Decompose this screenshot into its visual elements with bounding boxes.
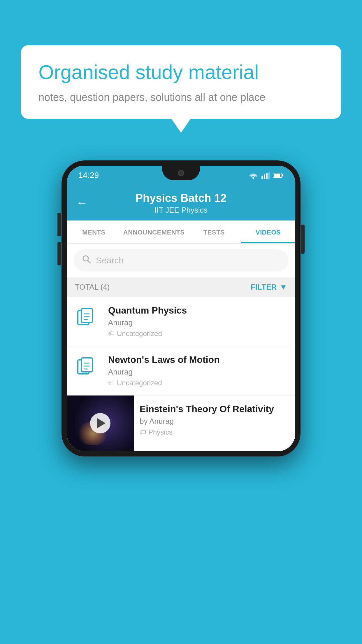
play-button[interactable] xyxy=(90,413,110,433)
tag-icon: 🏷 xyxy=(140,428,146,436)
video-file-icon xyxy=(75,306,101,331)
tab-ments[interactable]: MENTS xyxy=(67,220,121,243)
status-time: 14:29 xyxy=(78,171,99,180)
video-list: Quantum Physics Anurag 🏷 Uncategorized xyxy=(67,297,295,451)
camera-icon xyxy=(178,170,184,176)
phone-wrapper: 14:29 xyxy=(61,160,301,456)
search-placeholder: Search xyxy=(96,256,124,265)
volume-down-button xyxy=(57,242,61,265)
speech-bubble: Organised study material notes, question… xyxy=(21,45,341,119)
search-icon xyxy=(82,255,91,266)
video-tag: 🏷 Uncategorized xyxy=(108,379,287,387)
volume-up-button xyxy=(57,213,61,236)
play-triangle-icon xyxy=(97,418,106,428)
wifi-icon xyxy=(249,172,258,179)
tab-announcements[interactable]: ANNOUNCEMENTS xyxy=(121,220,187,243)
svg-rect-4 xyxy=(268,172,270,179)
bubble-title: Organised study material xyxy=(38,60,324,84)
svg-rect-2 xyxy=(264,174,265,179)
tab-videos[interactable]: VIDEOS xyxy=(241,220,295,243)
phone-screen: 14:29 xyxy=(67,166,295,451)
video-thumbnail xyxy=(67,396,134,451)
video-info-einstein: Einstein's Theory Of Relativity by Anura… xyxy=(134,396,295,444)
signal-icon xyxy=(261,172,270,179)
svg-rect-1 xyxy=(261,176,263,179)
video-info-newton: Newton's Laws of Motion Anurag 🏷 Uncateg… xyxy=(108,354,287,387)
video-author: Anurag xyxy=(108,368,287,377)
app-header: ← Physics Batch 12 IIT JEE Physics xyxy=(67,185,295,220)
video-item-einstein[interactable]: Einstein's Theory Of Relativity by Anura… xyxy=(67,396,295,451)
video-info-quantum: Quantum Physics Anurag 🏷 Uncategorized xyxy=(108,305,287,338)
header-subtitle: IIT JEE Physics xyxy=(78,206,284,215)
battery-icon xyxy=(273,172,284,178)
video-title: Quantum Physics xyxy=(108,305,287,316)
back-button[interactable]: ← xyxy=(76,196,88,209)
tag-icon: 🏷 xyxy=(108,330,115,337)
status-bar: 14:29 xyxy=(67,166,295,185)
video-item-newton[interactable]: Newton's Laws of Motion Anurag 🏷 Uncateg… xyxy=(67,346,295,396)
filter-bar: TOTAL (4) FILTER ▼ xyxy=(67,277,295,297)
video-tag: 🏷 Uncategorized xyxy=(108,330,287,338)
video-file-icon-2 xyxy=(75,356,101,380)
power-button xyxy=(301,225,305,254)
filter-button[interactable]: FILTER ▼ xyxy=(251,283,287,292)
svg-line-9 xyxy=(88,260,90,263)
svg-rect-7 xyxy=(274,174,280,177)
tab-tests[interactable]: TESTS xyxy=(187,220,241,243)
video-title: Newton's Laws of Motion xyxy=(108,354,287,365)
header-title: Physics Batch 12 xyxy=(78,192,284,204)
total-count: TOTAL (4) xyxy=(75,283,110,292)
phone-outer: 14:29 xyxy=(61,160,301,456)
tabs-container: MENTS ANNOUNCEMENTS TESTS VIDEOS xyxy=(67,220,295,244)
einstein-author: by Anurag xyxy=(140,417,289,426)
svg-rect-6 xyxy=(282,174,283,176)
einstein-title: Einstein's Theory Of Relativity xyxy=(140,404,289,414)
einstein-tag: 🏷 Physics xyxy=(140,428,289,436)
notch xyxy=(162,166,200,180)
search-bar[interactable]: Search xyxy=(74,249,288,272)
speech-bubble-container: Organised study material notes, question… xyxy=(21,45,341,119)
filter-icon: ▼ xyxy=(280,283,287,292)
svg-rect-3 xyxy=(266,173,268,179)
svg-rect-16 xyxy=(81,358,92,372)
status-icons xyxy=(249,172,284,179)
svg-rect-11 xyxy=(81,309,92,323)
tag-icon: 🏷 xyxy=(108,379,115,387)
bubble-subtitle: notes, question papers, solutions all at… xyxy=(38,91,324,104)
filter-label: FILTER xyxy=(251,283,277,292)
video-author: Anurag xyxy=(108,318,287,327)
svg-point-0 xyxy=(252,177,254,179)
video-item-quantum[interactable]: Quantum Physics Anurag 🏷 Uncategorized xyxy=(67,297,295,346)
